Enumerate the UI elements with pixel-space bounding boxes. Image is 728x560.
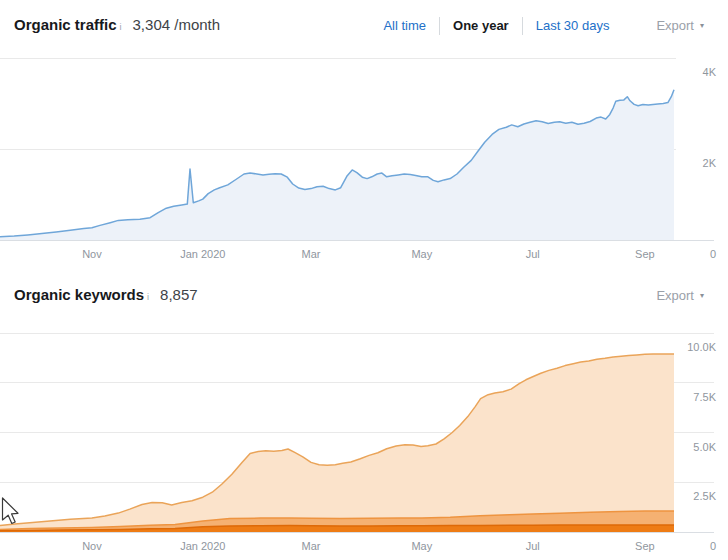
y-axis-label: 5.0K: [693, 441, 716, 453]
x-axis-label: Jan 2020: [180, 248, 225, 260]
x-axis-label: May: [411, 248, 432, 260]
export-button[interactable]: Export ▾: [656, 288, 704, 303]
x-axis-label: Sep: [635, 248, 655, 260]
export-label: Export: [656, 288, 694, 303]
info-icon[interactable]: i: [147, 292, 149, 302]
tab-one-year[interactable]: One year: [439, 17, 522, 35]
tab-all-time[interactable]: All time: [370, 17, 439, 35]
tab-last-30-days[interactable]: Last 30 days: [522, 17, 623, 35]
x-axis-label: Nov: [82, 248, 102, 260]
x-axis-label: Jan 2020: [180, 540, 225, 552]
time-range-tabs: All timeOne yearLast 30 days: [370, 17, 622, 35]
y-axis-label: 10.0K: [687, 341, 716, 353]
x-axis-label: Jul: [526, 540, 540, 552]
info-icon[interactable]: i: [120, 22, 122, 32]
y-axis-label: 7.5K: [693, 391, 716, 403]
organic-traffic-header: Organic traffic i 3,304 /month All timeO…: [14, 16, 704, 35]
x-axis-label: Sep: [635, 540, 655, 552]
y-axis-label: 0: [710, 248, 716, 260]
caret-down-icon: ▾: [700, 291, 704, 300]
y-axis-label: 2.5K: [693, 490, 716, 502]
x-axis-label: Mar: [301, 248, 320, 260]
y-axis-label: 0: [710, 540, 716, 552]
x-axis-label: May: [411, 540, 432, 552]
keywords-total-light-band-area: [0, 354, 674, 532]
x-axis-label: Nov: [82, 540, 102, 552]
organic-keywords-header: Organic keywords i 8,857 Export ▾: [14, 286, 704, 303]
y-axis-label: 2K: [703, 157, 717, 169]
mouse-arrow-cursor: [1, 497, 21, 527]
organic-keywords-title: Organic keywords: [14, 286, 144, 303]
organic-traffic-chart[interactable]: 4K2K0NovJan 2020MarMayJulSep: [0, 55, 728, 265]
y-axis-label: 4K: [703, 66, 717, 78]
organic-traffic-value: 3,304 /month: [133, 16, 221, 33]
export-label: Export: [656, 18, 694, 33]
organic-keywords-value: 8,857: [160, 286, 198, 303]
organic-traffic-area: [0, 90, 674, 240]
x-axis-label: Mar: [301, 540, 320, 552]
x-axis-label: Jul: [526, 248, 540, 260]
caret-down-icon: ▾: [700, 21, 704, 30]
organic-traffic-title: Organic traffic: [14, 16, 117, 33]
export-button[interactable]: Export ▾: [656, 18, 704, 33]
organic-keywords-chart[interactable]: 10.0K7.5K5.0K2.5K0NovJan 2020MarMayJulSe…: [0, 330, 728, 560]
